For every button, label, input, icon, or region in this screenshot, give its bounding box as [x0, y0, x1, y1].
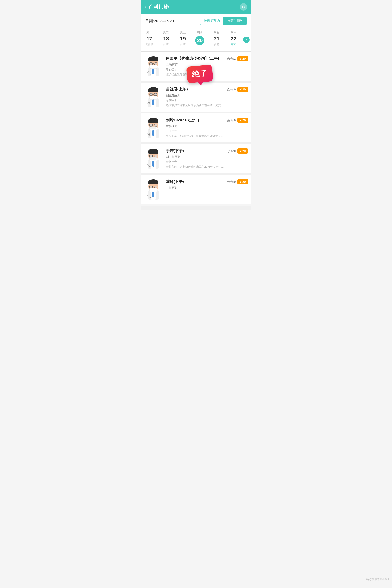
remaining-count: 余号:0 — [227, 180, 236, 184]
day-name: 周四 — [197, 30, 202, 34]
doctor-name-row: 刘玲1020213(上午)余号:0¥ 20 — [166, 118, 248, 123]
doctor-right: 余号:0¥ 20 — [227, 87, 248, 92]
doctor-card-3[interactable]: 于婷(下午)余号:0¥ 20副主任医师专家挂号专业方向：从事妇产科临床工作20余… — [141, 144, 251, 173]
svg-point-10 — [150, 63, 152, 64]
doctor-desc: 擅长优生优育咨询、关咨询、出生缺陷... — [166, 73, 226, 76]
price-badge[interactable]: ¥ 20 — [238, 87, 248, 92]
svg-point-70 — [150, 186, 152, 188]
doctor-type: 主任挂号 — [166, 129, 248, 133]
tab-by-doctor[interactable]: 按医生预约 — [224, 17, 247, 24]
day-status: 挂满 — [214, 43, 219, 46]
scan-icon[interactable]: ⊙ — [240, 3, 247, 10]
doctor-right: 余号:0¥ 20 — [227, 118, 248, 123]
back-icon[interactable]: ‹ — [145, 4, 147, 10]
svg-rect-51 — [148, 151, 158, 154]
price-badge[interactable]: ¥ 20 — [238, 118, 248, 123]
doctor-avatar — [144, 179, 162, 200]
svg-rect-27 — [150, 96, 157, 99]
doctor-desc: 专业方向：从事妇产科临床工作20余年，专注危急... — [166, 165, 226, 169]
calendar-day-19[interactable]: 周三19挂满 — [174, 28, 191, 51]
svg-rect-66 — [148, 182, 158, 185]
doctor-avatar — [144, 56, 162, 77]
calendar-day-18[interactable]: 周二18挂满 — [158, 28, 174, 51]
doctor-avatar — [144, 87, 162, 108]
svg-rect-47 — [152, 161, 154, 167]
remaining-count: 余号:0 — [227, 149, 236, 153]
svg-rect-62 — [152, 192, 154, 197]
doctor-desc: 熟练掌握产科常见病的诊治及产前检查，尤其擅长孕... — [166, 103, 226, 107]
calendar-next-arrow[interactable]: ✓ — [242, 28, 251, 51]
svg-point-41 — [154, 124, 157, 126]
more-icon[interactable]: ··· — [230, 4, 236, 10]
day-name: 周六 — [231, 30, 236, 34]
doctor-right: 余号:1¥ 20 — [227, 56, 248, 61]
day-number: 21 — [214, 36, 219, 42]
day-number: 18 — [163, 36, 169, 42]
doctor-type: 专家挂号 — [166, 160, 248, 164]
price-badge[interactable]: ¥ 20 — [238, 179, 248, 185]
remaining-count: 余号:1 — [227, 57, 236, 61]
doctor-info: 刘玲1020213(上午)余号:0¥ 20主任医师主任挂号擅长于诊治妇科常见病、… — [166, 118, 248, 138]
doctor-name-row: 何国平【优生遗传咨询】(上午)余号:1¥ 20 — [166, 56, 248, 61]
remaining-count: 余号:0 — [227, 87, 236, 92]
doctor-name-row: 于婷(下午)余号:0¥ 20 — [166, 148, 248, 154]
svg-rect-42 — [150, 127, 157, 130]
svg-point-26 — [154, 93, 157, 95]
date-label: 日期:2023-07-20 — [145, 18, 174, 24]
svg-point-71 — [154, 186, 157, 188]
doctor-type: 专家挂号 — [166, 98, 248, 102]
doctor-name: 曲皖君(上午) — [166, 87, 226, 92]
svg-rect-36 — [148, 120, 158, 123]
doctor-avatar — [144, 148, 162, 169]
doctor-card-4[interactable]: 陈玲(下午)余号:0¥ 20主任医师 — [141, 175, 251, 204]
day-number: 22 — [231, 36, 236, 42]
day-number: 19 — [180, 36, 186, 42]
svg-point-11 — [154, 63, 157, 64]
doctor-card-1[interactable]: 曲皖君(上午)余号:0¥ 20副主任医师专家挂号熟练掌握产科常见病的诊治及产前检… — [141, 83, 251, 112]
day-status: 挂满 — [164, 43, 168, 46]
calendar-day-22[interactable]: 周六22有号 — [225, 28, 242, 51]
calendar-section: 周一17无排班周二18挂满周三19挂满周四20有号周五21挂满周六22有号✓ — [141, 28, 251, 52]
day-name: 周一 — [146, 30, 152, 34]
tab-group: 按日期预约 按医生预约 — [200, 17, 247, 25]
doctor-name: 于婷(下午) — [166, 148, 226, 154]
doctor-name: 何国平【优生遗传咨询】(上午) — [166, 56, 226, 61]
doctor-title: 副主任医师 — [166, 93, 248, 98]
svg-rect-32 — [152, 130, 154, 136]
header-right: ··· ⊙ — [230, 3, 247, 10]
price-badge[interactable]: ¥ 20 — [238, 56, 248, 61]
svg-rect-17 — [152, 99, 154, 105]
doctor-desc: 擅长于诊治妇科常见病、多发并和疑难杂症，在国产... — [166, 134, 226, 138]
price-badge[interactable]: ¥ 20 — [238, 148, 248, 154]
doctor-avatar — [144, 118, 162, 138]
doctor-title: 主任医师 — [166, 124, 248, 128]
day-status: 有号 — [231, 43, 236, 46]
doctor-card-0[interactable]: 何国平【优生遗传咨询】(上午)余号:1¥ 20主治医师专病挂号擅长优生优育咨询、… — [141, 52, 251, 81]
doctor-name-row: 陈玲(下午)余号:0¥ 20 — [166, 179, 248, 185]
doctor-name: 陈玲(下午) — [166, 179, 226, 185]
calendar-day-17[interactable]: 周一17无排班 — [141, 28, 158, 51]
doctor-name-row: 曲皖君(上午)余号:0¥ 20 — [166, 87, 248, 92]
doctor-title: 主任医师 — [166, 186, 248, 190]
doctor-right: 余号:0¥ 20 — [227, 179, 248, 185]
doctor-info: 何国平【优生遗传咨询】(上午)余号:1¥ 20主治医师专病挂号擅长优生优育咨询、… — [166, 56, 248, 76]
doctor-info: 于婷(下午)余号:0¥ 20副主任医师专家挂号专业方向：从事妇产科临床工作20余… — [166, 148, 248, 169]
header: ‹ 产科门诊 ··· ⊙ — [141, 0, 251, 14]
svg-point-56 — [154, 155, 157, 157]
calendar-day-20[interactable]: 周四20有号 — [191, 28, 208, 51]
doctor-right: 余号:0¥ 20 — [227, 148, 248, 154]
svg-rect-12 — [150, 65, 157, 69]
doctor-info: 陈玲(下午)余号:0¥ 20主任医师 — [166, 179, 248, 191]
doctor-card-2[interactable]: 刘玲1020213(上午)余号:0¥ 20主任医师主任挂号擅长于诊治妇科常见病、… — [141, 113, 251, 142]
doctor-list: 何国平【优生遗传咨询】(上午)余号:1¥ 20主治医师专病挂号擅长优生优育咨询、… — [141, 52, 251, 204]
svg-rect-72 — [150, 188, 157, 192]
day-name: 周三 — [180, 30, 186, 34]
day-number: 17 — [146, 36, 152, 42]
doctor-type: 专病挂号 — [166, 67, 248, 71]
svg-rect-2 — [152, 69, 154, 74]
tab-by-date[interactable]: 按日期预约 — [200, 17, 224, 24]
header-left: ‹ 产科门诊 — [145, 3, 169, 10]
remaining-count: 余号:0 — [227, 118, 236, 122]
day-status: 无排班 — [146, 43, 153, 46]
calendar-day-21[interactable]: 周五21挂满 — [208, 28, 225, 51]
